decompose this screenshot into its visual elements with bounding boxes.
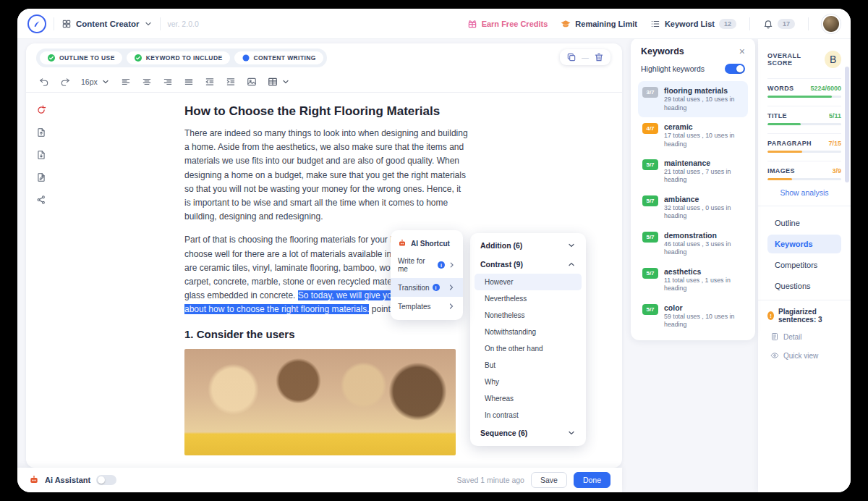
sidebar-item-competitors[interactable]: Competitors — [767, 256, 841, 274]
keyword-item[interactable]: 5/7 aesthetics11 total uses , 1 uses in … — [638, 262, 748, 298]
copy-icon[interactable] — [566, 52, 576, 62]
transition-option[interactable]: Whereas — [475, 390, 582, 407]
list-icon — [650, 19, 660, 29]
divider: — — [582, 54, 589, 62]
analysis-sidebar: OVERALL SCORE B WORDS5224/6000 TITLE5/11… — [758, 39, 851, 492]
align-justify-icon[interactable] — [184, 77, 194, 87]
document-icon — [770, 332, 779, 341]
chip-content-writing[interactable]: CONTENT WRITING — [234, 51, 323, 64]
highlight-keywords-label: Highlight keywords — [641, 64, 705, 73]
section-sequence[interactable]: Sequence (6) — [470, 424, 586, 442]
indent-icon[interactable] — [226, 77, 236, 87]
save-button[interactable]: Save — [531, 472, 567, 488]
keyword-item[interactable]: 5/7 color59 total uses , 10 uses in head… — [638, 298, 748, 334]
close-icon[interactable]: × — [739, 46, 745, 56]
redo-icon[interactable] — [60, 77, 70, 87]
section-contrast[interactable]: Contrast (9) — [470, 255, 586, 274]
import-file-icon[interactable] — [36, 148, 46, 161]
trash-icon[interactable] — [594, 52, 604, 62]
section-addition[interactable]: Addition (6) — [470, 236, 586, 255]
menu-item-templates[interactable]: Templates — [391, 297, 463, 316]
menu-item-transition[interactable]: Transition i — [391, 278, 463, 297]
section-heading[interactable]: 1. Consider the users — [184, 328, 468, 340]
keyword-item[interactable]: 5/7 demonstration46 total uses , 3 uses … — [638, 226, 748, 262]
keywords-panel: Keywords × Highlight keywords 3/7 floori… — [631, 38, 755, 340]
chevron-right-icon — [447, 302, 456, 311]
version-label: ver. 2.0.0 — [168, 20, 199, 28]
highlight-keywords-toggle[interactable] — [725, 64, 745, 74]
notifications-button[interactable]: 17 — [763, 19, 795, 29]
bell-icon — [763, 19, 773, 29]
share-icon[interactable] — [36, 193, 46, 206]
show-analysis-link[interactable]: Show analysis — [767, 188, 841, 197]
menu-item-write-for-me[interactable]: Write for me i — [391, 252, 463, 278]
chevron-up-icon — [567, 260, 576, 269]
keyword-list-link[interactable]: Keyword List 12 — [650, 19, 736, 29]
plagiarism-quick-view-link[interactable]: Quick view — [770, 351, 841, 360]
robot-icon — [398, 239, 407, 248]
ai-assistant-toggle[interactable] — [96, 475, 116, 485]
keyword-item[interactable]: 3/7 flooring materials29 total uses , 10… — [638, 81, 748, 117]
metric-title: TITLE5/11 — [767, 106, 841, 125]
saved-status: Saved 1 minute ago — [457, 476, 524, 484]
progress-bar — [767, 96, 832, 98]
keyword-item[interactable]: 5/7 maintenance21 total uses , 7 uses in… — [638, 153, 748, 190]
gift-icon — [467, 19, 477, 29]
transition-option[interactable]: Nonetheless — [475, 307, 582, 324]
app-switcher[interactable]: Content Creator — [61, 19, 153, 29]
info-icon: i — [433, 284, 440, 291]
align-left-icon[interactable] — [121, 77, 131, 87]
keyword-score-badge: 5/7 — [642, 304, 658, 315]
transition-option[interactable]: Why — [475, 374, 582, 390]
sidebar-item-questions[interactable]: Questions — [767, 277, 841, 295]
earn-credits-link[interactable]: Earn Free Credits — [467, 19, 548, 29]
check-circle-icon — [47, 54, 56, 62]
font-size-select[interactable]: 16px — [81, 77, 110, 86]
keyword-item[interactable]: 5/7 ambiance32 total uses , 0 uses in he… — [638, 190, 748, 226]
user-avatar[interactable] — [822, 14, 841, 33]
keyword-score-badge: 5/7 — [642, 195, 658, 206]
sidebar-item-outline[interactable]: Outline — [767, 214, 841, 232]
divider — [160, 17, 161, 30]
transition-option[interactable]: On the other hand — [475, 340, 582, 357]
transition-option[interactable]: In contrast — [475, 407, 582, 424]
progress-bar — [767, 123, 801, 125]
keyword-list-badge: 12 — [719, 19, 736, 29]
metric-words: WORDS5224/6000 — [767, 78, 841, 98]
align-center-icon[interactable] — [142, 77, 152, 87]
transition-option[interactable]: Notwithstanding — [475, 324, 582, 340]
paragraph-1[interactable]: There are indeed so many things to look … — [184, 127, 468, 224]
chevron-down-icon — [101, 77, 110, 86]
top-nav-bar: Content Creator ver. 2.0.0 Earn Free Cre… — [17, 9, 851, 39]
plagiarism-detail-link[interactable]: Detail — [770, 332, 841, 341]
transition-option[interactable]: But — [475, 357, 582, 374]
export-file-icon[interactable] — [36, 125, 46, 138]
edit-file-icon[interactable] — [36, 170, 46, 183]
chip-keyword-to-include[interactable]: KEYWORD TO INCLUDE — [127, 51, 230, 64]
app-logo-icon[interactable] — [27, 14, 46, 33]
outdent-icon[interactable] — [205, 77, 215, 87]
document-title[interactable]: How to Choose the Right Flooring Materia… — [184, 104, 468, 119]
chevron-down-icon — [567, 241, 576, 250]
sidebar-item-keywords[interactable]: Keywords — [767, 235, 841, 253]
transition-option[interactable]: However — [475, 274, 582, 290]
keywords-panel-title: Keywords — [641, 46, 684, 56]
article-image[interactable] — [184, 349, 456, 455]
keyword-score-badge: 4/7 — [642, 123, 658, 134]
undo-icon[interactable] — [39, 77, 49, 87]
transition-option[interactable]: Nevertheless — [475, 290, 582, 307]
scrollbar-thumb[interactable] — [845, 67, 849, 182]
keyword-item[interactable]: 4/7 ceramic17 total uses , 10 uses in he… — [638, 117, 748, 153]
chevron-right-icon — [447, 283, 456, 292]
warning-icon: ! — [767, 311, 774, 320]
done-button[interactable]: Done — [574, 472, 610, 488]
chip-outline-to-use[interactable]: OUTLINE TO USE — [40, 51, 122, 64]
align-right-icon[interactable] — [163, 77, 173, 87]
remaining-limit-link[interactable]: Remaining Limit — [561, 19, 637, 29]
reset-document-icon[interactable] — [36, 103, 46, 116]
notifications-badge: 17 — [778, 19, 795, 29]
insert-image-icon[interactable] — [247, 77, 257, 87]
document-tools-strip — [36, 103, 46, 206]
transition-submenu: Addition (6) Contrast (9) However Nevert… — [470, 233, 586, 446]
insert-table-control[interactable] — [268, 77, 290, 87]
